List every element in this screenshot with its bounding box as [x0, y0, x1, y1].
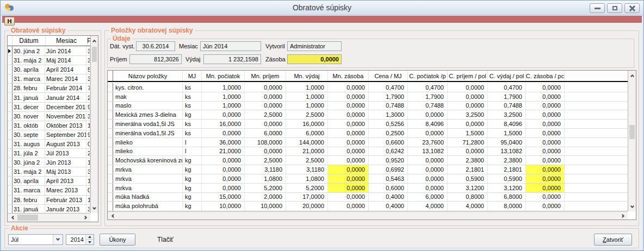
- table-row[interactable]: 30. júna 2Jún 20143: [8, 47, 90, 56]
- table-row[interactable]: Mochovská koreninová zmeskg0,00002,50002…: [108, 156, 628, 165]
- close-button[interactable]: [624, 3, 640, 13]
- table-row[interactable]: 31. októbOktóber 20131: [8, 121, 90, 130]
- table-row[interactable]: masloks1,00000,00001,00000,00000,74880,7…: [108, 102, 628, 111]
- scroll-right-icon[interactable]: [82, 214, 89, 222]
- table-row[interactable]: minerálna voda1,5l JSks0,00006,00006,000…: [108, 129, 628, 138]
- zatvorit-button[interactable]: Zatvoriť: [594, 234, 632, 246]
- cell: 0,0000: [448, 147, 488, 156]
- items-table: Názov položkyMJMn. počiatokMn. príjemMn.…: [107, 70, 636, 220]
- table-row[interactable]: 31. marcaMarec 20130: [8, 186, 90, 195]
- chevron-down-icon[interactable]: [53, 235, 63, 244]
- table-row[interactable]: 31. decerDecember 20139: [8, 103, 90, 112]
- cell: 0,7488: [408, 102, 448, 110]
- restore-button[interactable]: [607, 3, 622, 13]
- column-header[interactable]: C. počiatok /p: [408, 71, 448, 81]
- dat-vyst-field[interactable]: 30.6.2014: [136, 41, 175, 51]
- h-button[interactable]: H: [4, 17, 15, 26]
- column-header[interactable]: C. príjem / pol: [448, 71, 488, 81]
- cell: 0,0000: [408, 110, 448, 119]
- spin-up-icon[interactable]: [86, 235, 94, 240]
- table-row[interactable]: mliekol21,00000,000021,00000,00000,62421…: [108, 147, 628, 156]
- window-title: Obratové súpisky: [1, 1, 643, 15]
- row-selector: [108, 102, 113, 110]
- table-row[interactable]: makks1,00000,00001,00000,00001,79001,790…: [108, 92, 628, 102]
- table-row[interactable]: 30. aprílaApríl 20145: [8, 65, 90, 74]
- cell: 0,0000: [408, 184, 448, 192]
- zatvorit-accel: Z: [603, 236, 606, 243]
- items-horizontal-scrollbar[interactable]: [108, 211, 628, 219]
- vydaj-field[interactable]: 1 232,1598: [203, 54, 261, 64]
- cell: 0,0000: [328, 110, 369, 119]
- ukony-button[interactable]: Úkony: [100, 234, 135, 246]
- table-row[interactable]: múka polohrubákg10,000010,000020,00000,0…: [108, 202, 628, 211]
- column-header[interactable]: C. výdaj / pol: [488, 71, 526, 81]
- scroll-right-icon[interactable]: [619, 212, 627, 219]
- prijem-field[interactable]: 812,3026: [129, 54, 182, 64]
- table-row[interactable]: mrkvakg0,00001,08001,08000,00000,54630,0…: [108, 174, 628, 184]
- scroll-left-icon[interactable]: [9, 214, 16, 222]
- zasoba-field[interactable]: 0,0000: [287, 54, 342, 64]
- month-select[interactable]: Júl: [8, 234, 63, 245]
- scroll-thumb[interactable]: [92, 47, 97, 62]
- items-table-header: Názov položkyMJMn. počiatokMn. príjemMn.…: [108, 71, 636, 82]
- column-header[interactable]: Dátum: [13, 36, 46, 46]
- table-row[interactable]: Mexická zmes 3-dielnakg0,00002,50002,500…: [108, 110, 628, 120]
- table-row[interactable]: 28. februFebruár 20131: [8, 196, 90, 205]
- cell-filler: [565, 138, 628, 147]
- dates-horizontal-scrollbar[interactable]: [8, 213, 90, 222]
- scroll-down-icon[interactable]: [91, 204, 98, 212]
- scroll-thumb[interactable]: [629, 125, 635, 139]
- mesiac-field[interactable]: Jún 2014: [200, 41, 261, 51]
- column-header[interactable]: Mn. zásoba: [328, 71, 369, 81]
- table-row[interactable]: 28. februFebruár 20147: [8, 84, 90, 93]
- table-row[interactable]: 31. júla 2Júl 20132: [8, 149, 90, 158]
- table-row[interactable]: 31. mája 2Máj 20143: [8, 56, 90, 65]
- cell: 6,0000: [245, 129, 286, 137]
- column-header[interactable]: Mn. výdaj: [286, 71, 328, 81]
- column-header[interactable]: C. zásoba / pc: [526, 71, 565, 81]
- row-selector: [8, 56, 13, 65]
- scroll-up-icon[interactable]: [628, 72, 636, 79]
- spin-down-icon[interactable]: [86, 240, 94, 244]
- table-row[interactable]: mliekol36,0000108,0000144,00000,00000,66…: [108, 138, 628, 147]
- tlacit-button[interactable]: Tlačiť: [157, 236, 174, 243]
- dates-table-header: DátumMesiacP: [8, 36, 98, 46]
- column-header[interactable]: Názov položky: [113, 71, 183, 81]
- row-selector: [8, 74, 13, 83]
- column-header[interactable]: Mn. počiatok: [202, 71, 245, 81]
- cell: kg: [183, 110, 202, 119]
- table-row[interactable]: mrkvakg0,00003,11803,11800,00000,69920,0…: [108, 165, 628, 174]
- year-spinner[interactable]: 2014: [66, 234, 94, 245]
- cell: 0,0000: [448, 102, 488, 110]
- vytvoril-field[interactable]: Administrator: [287, 41, 342, 51]
- table-row[interactable]: 30. septeSeptember 20139: [8, 130, 90, 140]
- table-row[interactable]: 31. mája 2Máj 20133: [8, 167, 90, 177]
- dates-vertical-scrollbar[interactable]: [90, 36, 98, 213]
- table-row[interactable]: 31. augusAugust 20130: [8, 140, 90, 149]
- scroll-left-icon[interactable]: [109, 212, 116, 219]
- column-header[interactable]: MJ: [183, 71, 202, 81]
- scroll-thumb[interactable]: [17, 215, 38, 221]
- table-row[interactable]: 31. januáJanuár 20142: [8, 93, 90, 102]
- cell: 6,0000: [408, 193, 448, 202]
- scroll-up-icon[interactable]: [91, 37, 98, 45]
- table-row[interactable]: múka hladkákg15,00002,000017,00000,00000…: [108, 193, 628, 202]
- cell-mesiac: Február 2013: [45, 196, 86, 204]
- table-row[interactable]: mrkvakg0,00005,20005,20000,00000,60000,0…: [108, 184, 628, 193]
- table-row[interactable]: 30. júna 2Jún 20131: [8, 158, 90, 167]
- zatvorit-rest: atvoriť: [606, 236, 623, 243]
- table-row[interactable]: kys. citron.ks1,00000,00001,00000,00000,…: [108, 83, 628, 92]
- column-header[interactable]: Mn. príjem: [245, 71, 286, 81]
- column-header[interactable]: Cena / MJ: [369, 71, 408, 81]
- table-row[interactable]: 30. noverNovember 20133: [8, 112, 90, 121]
- table-row[interactable]: 31. marcaMarec 20143: [8, 74, 90, 84]
- cell: 0,0000: [526, 156, 565, 165]
- table-row[interactable]: 30. aprílaApríl 20131: [8, 177, 90, 186]
- items-vertical-scrollbar[interactable]: [628, 71, 636, 211]
- table-row[interactable]: 31. januáJanuár 20133: [8, 205, 90, 213]
- table-row[interactable]: minerálna voda1,5l JSks16,00000,000016,0…: [108, 120, 628, 129]
- column-header[interactable]: Mesiac: [46, 36, 88, 46]
- scroll-down-icon[interactable]: [628, 203, 636, 210]
- minimize-button[interactable]: [590, 3, 605, 13]
- cell: 1,0800: [286, 174, 328, 183]
